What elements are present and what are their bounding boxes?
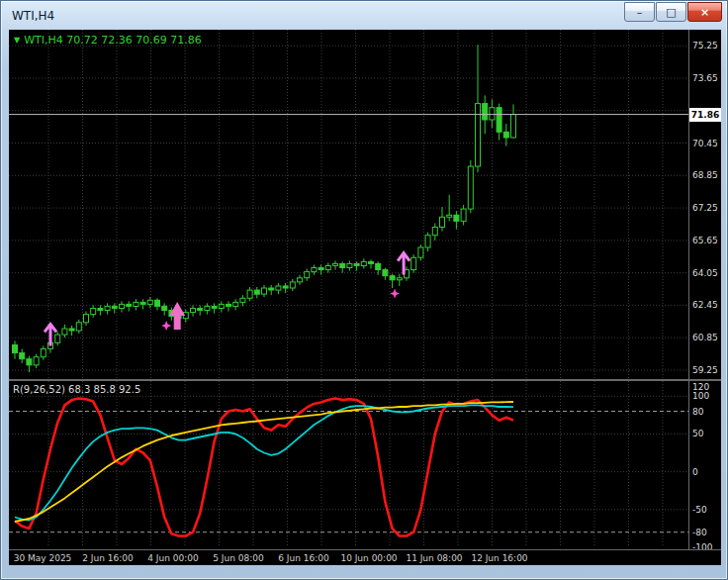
candle-body <box>369 261 374 263</box>
candle-body <box>205 306 210 310</box>
candle-body <box>69 329 74 331</box>
candle-body <box>290 282 295 288</box>
candle-body <box>84 315 89 323</box>
candle-body <box>511 115 516 138</box>
candle-body <box>318 268 323 270</box>
candle-body <box>340 263 345 267</box>
candle-body <box>347 263 352 267</box>
time-axis[interactable]: 30 May 20252 Jun 16:004 Jun 00:005 Jun 0… <box>9 549 721 565</box>
candlestick-chart[interactable] <box>9 30 688 379</box>
candle-body <box>312 268 317 272</box>
candle-body <box>227 304 231 306</box>
candle-body <box>98 309 103 311</box>
price-axis-label: 68.85 <box>692 170 718 180</box>
indicator-axis-label: -80 <box>692 528 707 537</box>
current-price-badge: 71.86 <box>689 108 721 122</box>
indicator-header: R(9,26,52) 68.3 85.8 92.5 <box>13 384 140 395</box>
price-axis-label: 65.65 <box>692 236 718 245</box>
price-axis-label: 64.05 <box>692 268 718 278</box>
candle-body <box>397 278 402 280</box>
title-bar[interactable]: WTI,H4 – □ × <box>1 1 727 30</box>
indicator-axis-label: 0 <box>692 467 698 477</box>
candle-body <box>298 278 303 282</box>
signal-star-icon <box>390 289 400 299</box>
time-axis-label: 4 Jun 00:00 <box>147 553 198 563</box>
price-axis-label: 70.45 <box>692 139 718 148</box>
close-icon: × <box>700 7 709 18</box>
candle-body <box>490 108 495 120</box>
price-axis-label: 67.25 <box>692 203 718 213</box>
candle-body <box>162 306 167 310</box>
candle-body <box>155 300 160 306</box>
indicator-axis-label: 80 <box>692 407 703 417</box>
chart-window: WTI,H4 – □ × 71.86 75.2573.6570.4568.856… <box>0 0 728 580</box>
candle-body <box>333 263 338 265</box>
candle-body <box>91 309 96 315</box>
candle-body <box>233 302 238 306</box>
close-button[interactable]: × <box>687 2 722 22</box>
candle-body <box>283 286 288 288</box>
chevron-down-icon: ▼ <box>14 36 20 45</box>
window-title: WTI,H4 <box>12 9 54 23</box>
candle-body <box>219 304 224 308</box>
candle-body <box>247 290 252 298</box>
candle-body <box>20 353 25 359</box>
ohlc-header: ▼WTI,H4 70.72 72.36 70.69 71.86 <box>14 34 202 47</box>
indicator-axis-label: 100 <box>692 391 709 401</box>
price-axis-label: 75.25 <box>692 41 718 50</box>
time-axis-label: 6 Jun 16:00 <box>278 553 328 563</box>
time-axis-label: 5 Jun 08:00 <box>213 553 263 563</box>
candle-body <box>27 359 32 365</box>
price-axis[interactable]: 71.86 75.2573.6570.4568.8567.2565.6564.0… <box>688 30 721 549</box>
maximize-icon: □ <box>666 7 676 18</box>
indicator-axis-label: 50 <box>692 429 703 438</box>
candle-body <box>476 104 481 167</box>
candle-body <box>198 309 203 311</box>
indicator-axis-label: -50 <box>692 505 707 515</box>
time-axis-label: 12 Jun 16:00 <box>471 553 527 563</box>
oscillator-indicator-chart[interactable] <box>9 381 688 547</box>
pane-resize-handle[interactable] <box>9 379 721 381</box>
candle-body <box>325 266 330 270</box>
candle-body <box>134 302 138 306</box>
candle-body <box>361 261 366 265</box>
minimize-button[interactable]: – <box>624 2 655 22</box>
candle-body <box>140 302 145 304</box>
price-axis-label: 62.45 <box>692 300 718 310</box>
maximize-button[interactable]: □ <box>656 2 686 22</box>
candle-body <box>411 257 416 269</box>
candle-body <box>212 306 217 308</box>
time-axis-label: 10 Jun 00:00 <box>340 553 397 563</box>
candle-body <box>127 304 132 306</box>
indicator-line-r9 <box>15 399 513 536</box>
candle-body <box>390 276 395 280</box>
candle-body <box>76 323 81 331</box>
chart-content: 71.86 75.2573.6570.4568.8567.2565.6564.0… <box>9 30 721 565</box>
window-controls: – □ × <box>624 2 722 22</box>
time-axis-label: 30 May 2025 <box>14 553 72 563</box>
candle-body <box>447 215 452 217</box>
time-axis-label: 2 Jun 16:00 <box>82 553 133 563</box>
candle-body <box>13 344 18 352</box>
candle-body <box>55 335 60 342</box>
candle-body <box>503 132 508 138</box>
candle-body <box>262 288 267 294</box>
candle-body <box>191 309 196 313</box>
candle-body <box>276 286 281 290</box>
candle-body <box>440 217 445 227</box>
candle-body <box>497 108 501 133</box>
price-axis-label: 60.85 <box>692 333 718 342</box>
candle-body <box>354 263 359 265</box>
candle-body <box>105 306 110 310</box>
ohlc-text: WTI,H4 70.72 72.36 70.69 71.86 <box>24 34 202 47</box>
candle-body <box>432 228 437 236</box>
time-axis-label: 11 Jun 08:00 <box>406 553 462 563</box>
candle-body <box>254 290 259 294</box>
candle-body <box>418 247 423 257</box>
minimize-icon: – <box>637 7 643 18</box>
candle-body <box>454 215 459 221</box>
candle-body <box>305 272 310 278</box>
candle-body <box>425 236 430 247</box>
price-axis-label: 59.25 <box>692 365 718 375</box>
candle-body <box>240 298 245 302</box>
